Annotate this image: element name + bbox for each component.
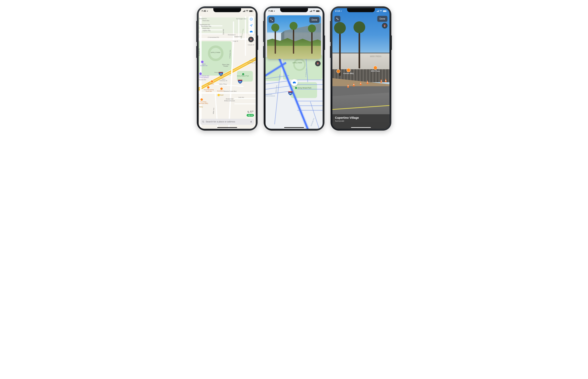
- home-indicator[interactable]: [351, 127, 371, 128]
- phone-lookaround-fullscreen: 2:13 MOD PIZZA: [331, 6, 391, 131]
- food-icon: [347, 68, 351, 72]
- poi-apple-park: APPLE PARK: [211, 52, 221, 53]
- street-mockingbird: Mockingbird Way: [201, 26, 211, 27]
- svg-line-7: [203, 122, 204, 123]
- shield-i280: 280: [238, 79, 243, 84]
- district-rancho: RANCHO RINCONADA: [224, 98, 235, 102]
- battery-icon: [383, 10, 387, 12]
- district-rancho: RANCHO RINCONADA: [265, 94, 275, 97]
- pin-somisomi[interactable]: [220, 87, 223, 90]
- street-swallow: Swallow Way: [234, 36, 242, 37]
- lookaround-cursor[interactable]: [291, 79, 298, 86]
- street-leighton: Leighton Way: [203, 30, 211, 31]
- store-sign: MOD PIZZA: [370, 55, 382, 57]
- poi-mod-pizza[interactable]: MOD Pizza: [371, 66, 380, 72]
- done-button[interactable]: Done: [377, 16, 387, 22]
- aqi-chip[interactable]: AQI 43: [247, 114, 254, 117]
- shrink-icon: [336, 17, 339, 20]
- pin-kura[interactable]: [207, 86, 210, 89]
- street-vallco-pkwy: Vallco Pkwy: [219, 83, 227, 85]
- expand-button[interactable]: [269, 17, 275, 23]
- location-services-icon: [273, 10, 275, 12]
- location-services-icon: [207, 10, 208, 12]
- svg-point-2: [251, 18, 251, 19]
- street-stevens: Stevens Creek Blvd: [224, 90, 237, 92]
- pin-hilton[interactable]: [201, 60, 204, 63]
- food-icon: [336, 69, 340, 73]
- expand-icon: [270, 18, 273, 21]
- info-button[interactable]: [248, 16, 254, 22]
- phone-lookaround-preview: 7:46 280: [264, 6, 325, 131]
- street-parrot: Parrot Ave: [203, 20, 209, 21]
- cellular-icon: [310, 10, 312, 12]
- street-norwich: Norwich Ave: [199, 79, 206, 80]
- cellular-icon: [376, 10, 379, 12]
- street-kintyre: Kintyre Way: [203, 28, 210, 29]
- pin-jenny[interactable]: [294, 86, 297, 89]
- street-nightingale: Nightingale Ave: [200, 24, 210, 25]
- pin-gyukaku[interactable]: [200, 98, 203, 101]
- status-time: 2:13: [335, 10, 340, 12]
- status-time: 7:46: [268, 10, 273, 12]
- poi-steve-jobs-theater: Steve Jobs Theater: [222, 64, 229, 67]
- location-subtitle: Sunnyvale: [335, 120, 387, 122]
- location-footer[interactable]: Cupertino Village Sunnyvale: [332, 114, 389, 129]
- street-ainsworth: Ainsworth Dr: [199, 18, 207, 19]
- shrink-button[interactable]: [335, 16, 340, 22]
- map-canvas[interactable]: APPLE PARK 280 280: [199, 8, 256, 129]
- dictation-icon[interactable]: [250, 121, 252, 123]
- street-quail: Quail Ave: [223, 29, 224, 35]
- wifi-icon: [313, 10, 315, 12]
- done-button[interactable]: Done: [309, 17, 319, 23]
- pizza-icon: [373, 66, 377, 70]
- street-wolfe: N Wolfe Rd: [199, 48, 200, 56]
- poi-apple-park: APPLE PARK: [293, 62, 302, 63]
- street-carlysle: Carlysle Dr: [248, 44, 254, 46]
- pin-jenny-strand[interactable]: [242, 73, 245, 76]
- poi-nukai[interactable]: [336, 69, 340, 73]
- notch: [213, 8, 241, 12]
- notch: [280, 8, 308, 12]
- location-services-icon: [340, 10, 342, 12]
- status-time: 7:45: [201, 10, 206, 12]
- lookaround-view[interactable]: MOD PIZZA: [332, 8, 389, 129]
- search-icon: [202, 121, 204, 123]
- street-forge: Forge Dr: [233, 40, 238, 42]
- street-kensington: Kensington Ave: [236, 18, 246, 19]
- poi-jenny: Jenny Strand Park: [297, 87, 311, 89]
- poi-korean-bbq[interactable]: Korean BBQ: [343, 68, 354, 74]
- home-indicator[interactable]: [217, 127, 237, 128]
- compass-button[interactable]: [315, 61, 321, 66]
- street-laherran: La Herran Dr: [248, 62, 255, 63]
- location-title: Cupertino Village: [335, 116, 387, 120]
- svg-rect-12: [294, 82, 295, 82]
- svg-point-6: [202, 121, 204, 122]
- moon-icon: [247, 111, 250, 113]
- compass-button[interactable]: [248, 37, 254, 42]
- notch: [347, 8, 375, 12]
- home-indicator[interactable]: [284, 127, 304, 128]
- street-tantau: N Tantau Ave: [229, 50, 231, 58]
- battery-icon: [249, 10, 253, 12]
- phone-maps-overview: 7:45 APPLE PARK 280: [197, 6, 258, 131]
- battery-icon: [316, 10, 320, 12]
- lookaround-button[interactable]: [248, 29, 254, 35]
- search-bar[interactable]: Search for a place or address: [201, 119, 254, 125]
- svg-rect-5: [250, 31, 252, 32]
- label-homestead1: Homestead 1: [228, 34, 236, 35]
- wifi-icon: [380, 10, 382, 12]
- pin-hyatt[interactable]: [199, 72, 202, 75]
- street-homestead: E Homestead Rd: [208, 36, 219, 38]
- svg-rect-8: [251, 121, 251, 122]
- search-placeholder: Search for a place or address: [206, 120, 248, 123]
- wifi-icon: [246, 10, 248, 12]
- map-controls: [248, 16, 254, 35]
- locate-button[interactable]: [248, 22, 254, 29]
- street-perimeter: Perimeter Rd: [215, 72, 223, 73]
- street-lowell: Lowell Dr: [249, 60, 255, 61]
- cellular-icon: [243, 10, 245, 12]
- pin-benihana[interactable]: [211, 80, 214, 83]
- weather-chip[interactable]: 57°: [247, 111, 254, 113]
- compass-button[interactable]: [382, 23, 387, 28]
